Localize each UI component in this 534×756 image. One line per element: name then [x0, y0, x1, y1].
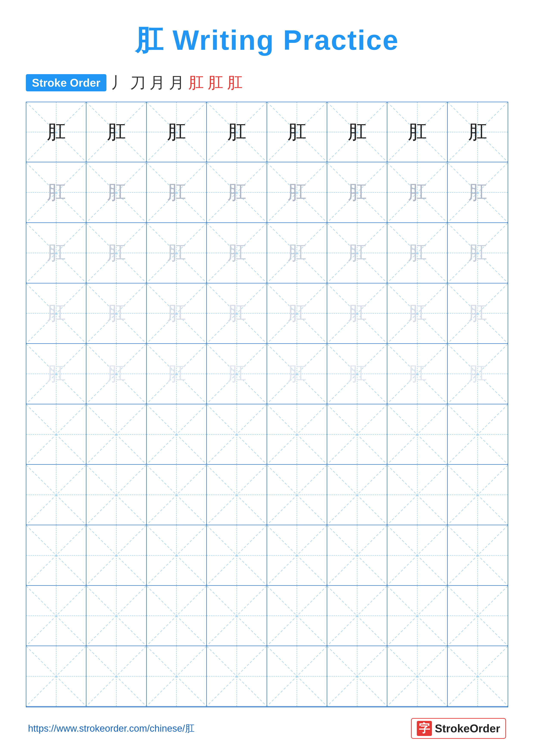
grid-cell[interactable]: 肛	[447, 344, 508, 404]
grid-cell[interactable]: 肛	[327, 163, 387, 223]
grid-cell[interactable]: 肛	[147, 284, 207, 344]
grid-cell[interactable]	[447, 405, 508, 465]
grid-cell[interactable]	[387, 586, 447, 646]
grid-cell[interactable]: 肛	[267, 344, 327, 404]
grid-cell[interactable]: 肛	[26, 223, 87, 283]
grid-cell[interactable]: 肛	[387, 102, 447, 162]
grid-cell[interactable]	[447, 646, 508, 706]
svg-line-159	[447, 646, 508, 706]
grid-cell[interactable]	[87, 586, 146, 646]
grid-cell[interactable]: 肛	[26, 102, 87, 162]
grid-cell[interactable]	[267, 526, 327, 585]
grid-cell[interactable]: 肛	[267, 223, 327, 283]
grid-cell[interactable]	[447, 526, 508, 585]
grid-cell[interactable]	[267, 405, 327, 465]
grid-cell[interactable]: 肛	[87, 163, 146, 223]
grid-cell[interactable]	[26, 526, 87, 585]
grid-cell[interactable]: 肛	[87, 284, 146, 344]
grid-cell[interactable]: 肛	[207, 163, 267, 223]
grid-cell[interactable]	[87, 646, 146, 706]
grid-cell[interactable]: 肛	[147, 344, 207, 404]
grid-cell[interactable]: 肛	[147, 223, 207, 283]
svg-line-129	[26, 586, 86, 646]
practice-char: 肛	[468, 364, 487, 383]
grid-cell[interactable]	[267, 646, 327, 706]
grid-cell[interactable]	[147, 405, 207, 465]
grid-cell[interactable]	[327, 646, 387, 706]
grid-cell[interactable]	[26, 646, 87, 706]
stroke-5: 肛	[188, 72, 204, 93]
grid-cell[interactable]	[387, 526, 447, 585]
svg-line-128	[26, 586, 86, 646]
grid-cell[interactable]: 肛	[147, 102, 207, 162]
grid-cell[interactable]: 肛	[207, 102, 267, 162]
grid-cell[interactable]: 肛	[26, 344, 87, 404]
svg-line-132	[147, 586, 206, 646]
practice-char: 肛	[167, 122, 186, 142]
grid-cell[interactable]	[147, 586, 207, 646]
grid-cell[interactable]: 肛	[87, 344, 146, 404]
grid-cell[interactable]	[26, 465, 87, 525]
grid-cell[interactable]: 肛	[267, 284, 327, 344]
grid-cell[interactable]: 肛	[267, 163, 327, 223]
grid-cell[interactable]	[207, 586, 267, 646]
grid-cell[interactable]: 肛	[387, 344, 447, 404]
svg-line-110	[447, 465, 508, 525]
grid-cell[interactable]	[327, 465, 387, 525]
grid-cell[interactable]	[26, 405, 87, 465]
stroke-order-badge: Stroke Order	[26, 74, 106, 92]
grid-cell[interactable]: 肛	[87, 223, 146, 283]
grid-cell[interactable]	[207, 405, 267, 465]
grid-cell[interactable]: 肛	[327, 102, 387, 162]
svg-line-109	[387, 465, 447, 525]
svg-line-93	[387, 405, 447, 464]
grid-cell[interactable]	[267, 586, 327, 646]
grid-cell[interactable]: 肛	[26, 284, 87, 344]
grid-cell[interactable]: 肛	[327, 284, 387, 344]
grid-cell[interactable]	[207, 526, 267, 585]
grid-cell[interactable]	[87, 405, 146, 465]
grid-cell[interactable]: 肛	[207, 284, 267, 344]
grid-cell[interactable]	[87, 465, 146, 525]
grid-cell[interactable]: 肛	[447, 102, 508, 162]
grid-cell[interactable]	[327, 405, 387, 465]
grid-cell[interactable]: 肛	[387, 223, 447, 283]
grid-cell[interactable]: 肛	[267, 102, 327, 162]
grid-cell[interactable]: 肛	[207, 344, 267, 404]
grid-cell[interactable]	[327, 586, 387, 646]
grid-cell[interactable]: 肛	[327, 223, 387, 283]
svg-line-152	[267, 646, 327, 706]
stroke-order-row: Stroke Order 丿 刀 月 月 肛 肛 肛	[26, 72, 508, 93]
grid-cell[interactable]: 肛	[447, 223, 508, 283]
grid-cell[interactable]	[26, 586, 87, 646]
grid-cell[interactable]	[447, 586, 508, 646]
grid-cell[interactable]: 肛	[207, 223, 267, 283]
grid-cell[interactable]	[147, 465, 207, 525]
grid-cell[interactable]	[87, 526, 146, 585]
svg-line-105	[267, 465, 327, 525]
grid-cell[interactable]	[207, 465, 267, 525]
svg-line-99	[87, 465, 146, 525]
grid-cell[interactable]: 肛	[327, 344, 387, 404]
svg-line-158	[447, 646, 508, 706]
grid-cell[interactable]	[327, 526, 387, 585]
grid-cell[interactable]	[387, 465, 447, 525]
grid-cell[interactable]: 肛	[87, 102, 146, 162]
grid-cell[interactable]: 肛	[387, 163, 447, 223]
grid-cell[interactable]: 肛	[447, 163, 508, 223]
grid-cell[interactable]: 肛	[447, 284, 508, 344]
grid-cell[interactable]	[447, 465, 508, 525]
svg-line-135	[207, 586, 267, 646]
grid-cell[interactable]: 肛	[26, 163, 87, 223]
grid-cell[interactable]: 肛	[147, 163, 207, 223]
grid-cell[interactable]	[267, 465, 327, 525]
svg-line-150	[207, 646, 267, 706]
grid-cell[interactable]: 肛	[387, 284, 447, 344]
grid-cell[interactable]	[387, 405, 447, 465]
grid-cell[interactable]	[387, 646, 447, 706]
practice-char: 肛	[287, 122, 306, 142]
practice-char: 肛	[227, 183, 246, 202]
grid-cell[interactable]	[207, 646, 267, 706]
grid-cell[interactable]	[147, 646, 207, 706]
grid-cell[interactable]	[147, 526, 207, 585]
